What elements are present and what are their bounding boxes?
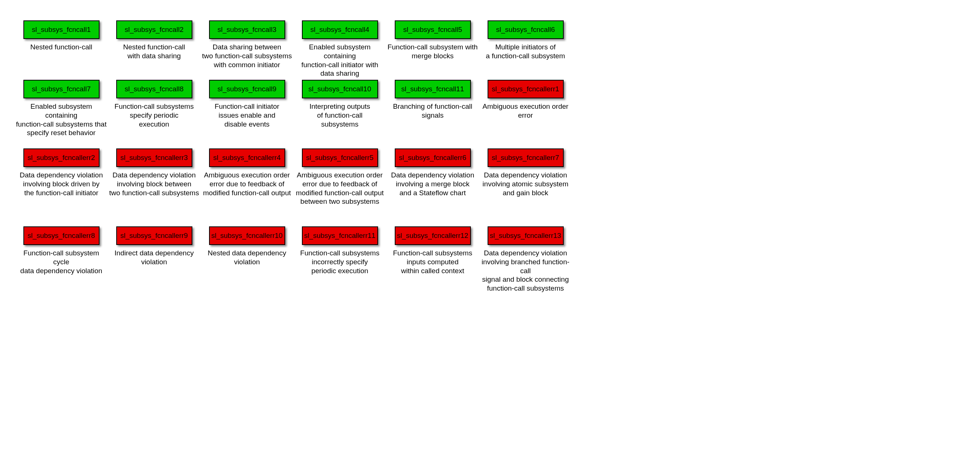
subsystem-block[interactable]: sl_subsys_fcncall1: [23, 21, 100, 39]
subsystem-block[interactable]: sl_subsys_fcncall10: [302, 80, 378, 98]
block-caption: Multiple initiators of a function-call s…: [479, 43, 572, 60]
block-cell: sl_subsys_fcncall2 Nested function-call …: [108, 21, 200, 78]
subsystem-block[interactable]: sl_subsys_fcncall8: [116, 80, 192, 98]
subsystem-block[interactable]: sl_subsys_fcncallerr6: [395, 149, 471, 167]
block-cell: sl_subsys_fcncall5 Function-call subsyst…: [386, 21, 479, 78]
subsystem-block[interactable]: sl_subsys_fcncallerr10: [209, 227, 285, 245]
block-caption: Ambiguous execution order error: [479, 102, 572, 120]
subsystem-block[interactable]: sl_subsys_fcncall3: [209, 21, 285, 39]
block-cell: sl_subsys_fcncallerr13 Data dependency v…: [479, 227, 572, 293]
block-caption: Ambiguous execution order error due to f…: [293, 171, 386, 206]
subsystem-block[interactable]: sl_subsys_fcncallerr12: [395, 227, 471, 245]
subsystem-block[interactable]: sl_subsys_fcncallerr7: [488, 149, 564, 167]
block-row: sl_subsys_fcncallerr2 Data dependency vi…: [0, 149, 572, 206]
block-caption: Data dependency violation involving atom…: [479, 171, 572, 197]
block-caption: Data dependency violation involving bloc…: [15, 171, 108, 197]
subsystem-block[interactable]: sl_subsys_fcncallerr11: [302, 227, 378, 245]
block-caption: Nested data dependency violation: [200, 249, 293, 266]
block-caption: Function-call subsystems specify periodi…: [108, 102, 200, 128]
block-cell: sl_subsys_fcncall10 Interpreting outputs…: [293, 80, 386, 137]
block-cell: sl_subsys_fcncallerr10 Nested data depen…: [200, 227, 293, 293]
block-row: sl_subsys_fcncall1 Nested function-call …: [0, 21, 572, 78]
block-caption: Function-call subsystems incorrectly spe…: [293, 249, 386, 275]
block-caption: Function-call subsystem cycle data depen…: [15, 249, 108, 275]
subsystem-block[interactable]: sl_subsys_fcncall2: [116, 21, 192, 39]
subsystem-block[interactable]: sl_subsys_fcncallerr2: [23, 149, 100, 167]
block-cell: sl_subsys_fcncall1 Nested function-call: [15, 21, 108, 78]
block-cell: sl_subsys_fcncallerr6 Data dependency vi…: [386, 149, 479, 206]
block-caption: Indirect data dependency violation: [108, 249, 200, 266]
block-caption: Ambiguous execution order error due to f…: [200, 171, 293, 197]
subsystem-block[interactable]: sl_subsys_fcncall9: [209, 80, 285, 98]
block-cell: sl_subsys_fcncallerr3 Data dependency vi…: [108, 149, 200, 206]
block-caption: Interpreting outputs of function-call su…: [293, 102, 386, 128]
block-caption: Function-call subsystem with merge block…: [386, 43, 479, 60]
block-cell: sl_subsys_fcncallerr12 Function-call sub…: [386, 227, 479, 293]
block-caption: Nested function-call: [15, 43, 108, 52]
block-row: sl_subsys_fcncallerr8 Function-call subs…: [0, 227, 572, 293]
subsystem-block[interactable]: sl_subsys_fcncallerr8: [23, 227, 100, 245]
subsystem-block[interactable]: sl_subsys_fcncall11: [395, 80, 471, 98]
block-cell: sl_subsys_fcncallerr9 Indirect data depe…: [108, 227, 200, 293]
block-cell: sl_subsys_fcncallerr2 Data dependency vi…: [15, 149, 108, 206]
block-cell: sl_subsys_fcncall11 Branching of functio…: [386, 80, 479, 137]
subsystem-block[interactable]: sl_subsys_fcncall5: [395, 21, 471, 39]
block-cell: sl_subsys_fcncall6 Multiple initiators o…: [479, 21, 572, 78]
block-caption: Nested function-call with data sharing: [108, 43, 200, 60]
block-cell: sl_subsys_fcncallerr11 Function-call sub…: [293, 227, 386, 293]
block-cell: sl_subsys_fcncall9 Function-call initiat…: [200, 80, 293, 137]
block-caption: Function-call subsystems inputs computed…: [386, 249, 479, 275]
block-caption: Branching of function-call signals: [386, 102, 479, 120]
block-cell: sl_subsys_fcncall7 Enabled subsystem con…: [15, 80, 108, 137]
block-cell: sl_subsys_fcncallerr7 Data dependency vi…: [479, 149, 572, 206]
block-cell: sl_subsys_fcncallerr1 Ambiguous executio…: [479, 80, 572, 137]
subsystem-block[interactable]: sl_subsys_fcncallerr5: [302, 149, 378, 167]
block-row: sl_subsys_fcncall7 Enabled subsystem con…: [0, 80, 572, 137]
block-cell: sl_subsys_fcncall8 Function-call subsyst…: [108, 80, 200, 137]
subsystem-block[interactable]: sl_subsys_fcncall6: [488, 21, 564, 39]
simulink-canvas[interactable]: sl_subsys_fcncall1 Nested function-call …: [0, 0, 980, 471]
block-caption: Enabled subsystem containing function-ca…: [15, 102, 108, 137]
subsystem-block[interactable]: sl_subsys_fcncall4: [302, 21, 378, 39]
block-caption: Data sharing between two function-call s…: [200, 43, 293, 69]
block-caption: Data dependency violation involving bloc…: [108, 171, 200, 197]
block-cell: sl_subsys_fcncallerr4 Ambiguous executio…: [200, 149, 293, 206]
subsystem-block[interactable]: sl_subsys_fcncall7: [23, 80, 100, 98]
subsystem-block[interactable]: sl_subsys_fcncallerr4: [209, 149, 285, 167]
block-cell: sl_subsys_fcncall3 Data sharing between …: [200, 21, 293, 78]
block-caption: Data dependency violation involving bran…: [479, 249, 572, 293]
subsystem-block[interactable]: sl_subsys_fcncallerr1: [488, 80, 564, 98]
block-caption: Enabled subsystem containing function-ca…: [293, 43, 386, 78]
block-caption: Function-call initiator issues enable an…: [200, 102, 293, 128]
subsystem-block[interactable]: sl_subsys_fcncallerr9: [116, 227, 192, 245]
subsystem-block[interactable]: sl_subsys_fcncallerr3: [116, 149, 192, 167]
block-cell: sl_subsys_fcncallerr8 Function-call subs…: [15, 227, 108, 293]
block-caption: Data dependency violation involving a me…: [386, 171, 479, 197]
block-cell: sl_subsys_fcncall4 Enabled subsystem con…: [293, 21, 386, 78]
block-cell: sl_subsys_fcncallerr5 Ambiguous executio…: [293, 149, 386, 206]
subsystem-block[interactable]: sl_subsys_fcncallerr13: [488, 227, 564, 245]
